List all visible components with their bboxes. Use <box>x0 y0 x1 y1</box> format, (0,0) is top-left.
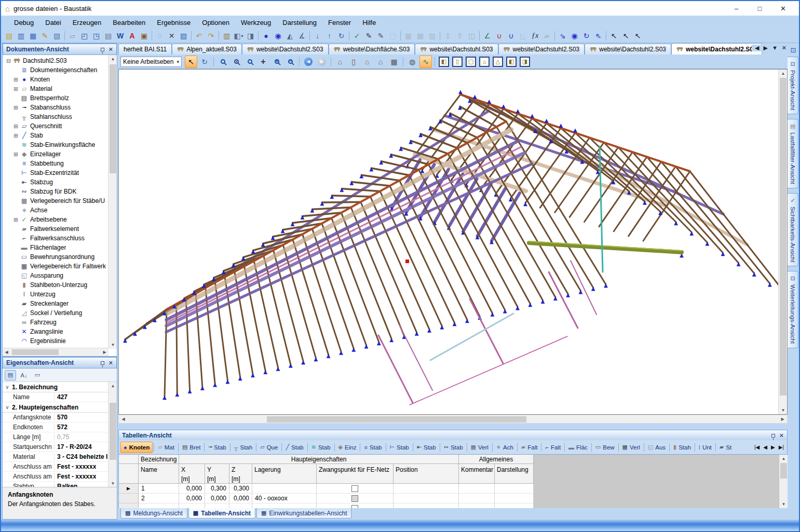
table-tab-stab-6[interactable]: ╱Stab <box>283 442 306 453</box>
property-category[interactable]: ∨2. Haupteigenschaften <box>3 402 108 413</box>
zoom-window-button[interactable] <box>216 56 229 68</box>
nav-back-button[interactable]: ◀ <box>302 56 315 68</box>
checkbox[interactable] <box>351 495 358 502</box>
tree-item-bewehrungsanordnung[interactable]: ▭Bewehrungsanordnung <box>3 252 109 262</box>
table-tab-mat-1[interactable]: ▱Mat <box>155 442 177 453</box>
expand-icon[interactable]: ⊞ <box>13 133 19 139</box>
property-category[interactable]: ∨1. Bezeichnung <box>3 382 108 392</box>
cell-lagerung[interactable] <box>252 484 317 494</box>
tree-item-stabbettung[interactable]: ≡Stabbettung <box>3 159 109 168</box>
3d-viewport[interactable]: ▲ ▼ <box>118 69 788 415</box>
table-tab-aus-20[interactable]: ◱Aus <box>645 442 668 453</box>
cursor-x-button[interactable]: ↖ <box>620 30 632 42</box>
cell-position[interactable] <box>394 503 459 508</box>
draw-pen-2-button[interactable]: ✎ <box>375 30 387 42</box>
table-tab-verl-19[interactable]: ▦Verl <box>620 442 643 453</box>
document-tab[interactable]: website\Dachfläche.S03 <box>329 44 415 54</box>
view-fe-grid-button[interactable]: ▦ <box>388 56 400 68</box>
table-tab-fläc-17[interactable]: ▬Fläc <box>566 442 590 453</box>
tab-scroll-left-icon[interactable]: ◀ <box>755 45 759 51</box>
property-row[interactable]: Anschluss amFest - xxxxxx <box>3 462 108 472</box>
menu-erzeugen[interactable]: Erzeugen <box>67 17 107 28</box>
close-icon[interactable]: ✕ <box>109 360 113 366</box>
close-icon[interactable]: ✕ <box>109 46 113 53</box>
expand-icon[interactable]: ⊞ <box>13 217 19 223</box>
scroll-up-icon[interactable]: ▲ <box>779 455 788 462</box>
cell-darstellung[interactable] <box>495 484 534 494</box>
menu-werkzeug[interactable]: Werkzeug <box>235 17 277 28</box>
previous-record-icon[interactable]: ◀ <box>763 444 767 450</box>
tab-list-icon[interactable]: ▼ <box>772 45 778 51</box>
cell-position[interactable] <box>394 484 459 494</box>
viewbox-plain-button[interactable]: ▢ <box>465 56 477 68</box>
tree-item-faltwerksanschluss[interactable]: ⌐Faltwerksanschluss <box>3 234 109 243</box>
table-tab-stab-7[interactable]: ≋Stab <box>309 442 333 453</box>
table-tab-falt-15[interactable]: ▰Falt <box>519 442 540 453</box>
cell-zwangspunkt[interactable] <box>317 484 394 494</box>
table-scrollbar[interactable]: ▲ ▼ <box>779 455 788 508</box>
node-tool-c-button[interactable]: ↻ <box>580 30 592 42</box>
working-plane-select[interactable]: Keine Arbeitseben▾ <box>120 57 182 67</box>
table-tab-knoten-0[interactable]: ●Knoten <box>120 442 153 453</box>
view-tab-meldungs-ansicht[interactable]: ▩Meldungs-Ansicht <box>120 508 187 519</box>
cell-kommentar[interactable] <box>459 503 495 508</box>
expand-icon[interactable]: ⊞ <box>13 77 19 83</box>
viewbox-roof-a-button[interactable]: ◧ <box>505 56 518 68</box>
node-tool-a-button[interactable]: ⇘ <box>557 30 568 42</box>
collapse-icon[interactable]: ⊟ <box>6 58 11 64</box>
document-tab[interactable]: website\Dachstuhl2.S03 <box>585 44 671 54</box>
tree-item-zwangslinie[interactable]: ✕Zwangslinie <box>3 327 109 336</box>
column-header[interactable]: Lagerung <box>252 464 317 475</box>
table-tab-stab-10[interactable]: ⊢Stab <box>387 442 412 453</box>
column-header[interactable]: Z <box>229 464 252 475</box>
view-tab-tabellen-ansicht[interactable]: ▦Tabellen-Ansicht <box>188 508 255 519</box>
expand-icon[interactable]: ⊞ <box>13 152 19 157</box>
table-tab-stah-4[interactable]: ╥Stah <box>232 442 255 453</box>
table-tab-st-23[interactable]: ▰St <box>717 442 734 453</box>
print-preview-button[interactable]: ◰ <box>78 30 90 42</box>
menu-darstellung[interactable]: Darstellung <box>277 17 322 28</box>
table-tab-stab-9[interactable]: ≡Stab <box>361 442 384 453</box>
cell-lagerung[interactable]: 40 - ooxoox <box>252 494 317 503</box>
tree-item-achse[interactable]: ∗Achse <box>3 206 109 215</box>
property-pages-button[interactable]: ▭ <box>32 370 43 380</box>
table-tab-einz-8[interactable]: ◆Einz <box>336 442 359 453</box>
document-tab[interactable]: website\Dachstuhl2.S03 <box>242 44 329 54</box>
axis-system-button[interactable]: ∠ <box>481 30 493 42</box>
import-rotate-button[interactable]: ↻ <box>335 30 347 42</box>
cursor-d-button[interactable]: ↖ <box>632 30 644 42</box>
draw-pen-button[interactable]: ✎ <box>363 30 375 42</box>
node-tool-d-button[interactable]: ⇖ <box>592 30 604 42</box>
scroll-down-icon[interactable]: ▼ <box>109 341 117 349</box>
minimize-button[interactable]: – <box>725 1 748 16</box>
row-selector[interactable] <box>119 503 139 508</box>
property-row[interactable]: Endknoten572 <box>3 422 108 432</box>
support-blue-button[interactable]: ∪ <box>505 30 517 42</box>
tree-item-flächenlager[interactable]: ▬Flächenlager <box>3 243 109 252</box>
export-image-button[interactable]: ▣ <box>138 30 150 42</box>
maximize-button[interactable]: □ <box>748 1 771 16</box>
pin-icon[interactable] <box>101 48 104 51</box>
table-tab-stab-12[interactable]: ∾Stab <box>441 442 466 453</box>
scroll-up-icon[interactable]: ▲ <box>779 70 788 77</box>
tree-item-einzellager[interactable]: ⊞◆Einzellager <box>3 149 109 159</box>
expand-icon[interactable]: ⊞ <box>13 105 19 111</box>
tree-item-material[interactable]: ⊞▱Material <box>3 84 109 93</box>
viewport-horizontal-scrollbar[interactable]: ◀ ▶ <box>118 415 788 424</box>
tree-item-stabanschluss[interactable]: ⊞╼Stabanschluss <box>3 103 109 112</box>
print-preview-2-button[interactable]: ◳ <box>90 30 102 42</box>
viewbox-house-a-button[interactable]: ⌂ <box>478 56 491 68</box>
cell-lagerung[interactable] <box>252 503 317 508</box>
save-comment-button[interactable]: ▧ <box>51 30 63 42</box>
document-tab[interactable]: herheit BAI.S11 <box>118 44 172 54</box>
first-record-icon[interactable]: |◀ <box>754 444 760 450</box>
redo-button[interactable]: ↷ <box>205 30 217 42</box>
tree-item-stabzug[interactable]: ⇤Stabzug <box>3 178 109 187</box>
tree-item-stahlanschluss[interactable]: ╥Stahlanschluss <box>3 112 109 121</box>
tree-item-stahlbeton-unterzug[interactable]: ▮Stahlbeton-Unterzug <box>3 280 109 290</box>
view-door-button[interactable]: ▯ <box>347 56 360 68</box>
view-cube-button[interactable]: ◧▾ <box>233 30 245 42</box>
tree-item-stab-exzentrizität[interactable]: ⊢Stab-Exzentrizität <box>3 168 109 178</box>
tree-item-sockel-vertiefung[interactable]: ◿Sockel / Vertiefung <box>3 308 109 318</box>
cell-z[interactable]: 0,300 <box>229 484 252 494</box>
